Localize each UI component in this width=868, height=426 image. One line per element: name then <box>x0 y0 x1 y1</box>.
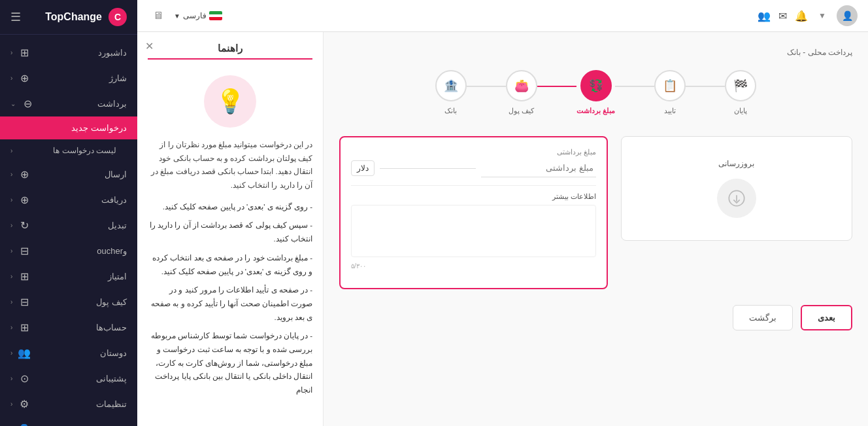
step-line-3 <box>615 86 654 87</box>
form-area: پرداخت محلی - بانک 🏦 بانک 👛 کیف پول 💱 <box>324 32 868 426</box>
sidebar-item-charge[interactable]: شارژ ⊕ ‹ <box>0 65 137 91</box>
step-circle-wallet: 👛 <box>506 70 537 101</box>
next-button[interactable]: بعدی <box>801 305 852 330</box>
guide-intro-text: در این درخواست میتوانید مبلغ مورد نظرتان… <box>148 138 312 192</box>
sidebar-item-new-request[interactable]: درخواست جدید <box>0 116 137 139</box>
upload-section: بروزرسانی <box>621 136 852 241</box>
guide-lightbulb: 💡 <box>148 75 312 128</box>
guide-step-4: در صفحه ی تأیید اطلاعات را مرور کنید و د… <box>148 283 312 324</box>
right-sidebar: ☰ TopChange C داشبورد ⊞ ‹ شارژ ⊕ ‹ برداش… <box>0 0 137 426</box>
step-circle-end: 🏁 <box>725 70 756 101</box>
sidebar-item-friends[interactable]: دوستان 👥 ‹ <box>0 340 137 366</box>
info-textarea[interactable] <box>351 205 596 257</box>
guide-close-button[interactable]: ✕ <box>145 40 154 52</box>
bell-icon[interactable]: 🔔 <box>795 10 808 22</box>
profile-icon: 👤 <box>18 423 31 426</box>
sidebar-item-points[interactable]: امتیاز ⊞ ‹ <box>0 264 137 289</box>
step-circle-bank: 🏦 <box>435 70 467 101</box>
sidebar-header: ☰ TopChange C <box>0 0 137 35</box>
sidebar-item-support[interactable]: پشتیبانی ⊙ ‹ <box>0 366 137 391</box>
sidebar-menu: داشبورد ⊞ ‹ شارژ ⊕ ‹ برداشت ⊖ ⌄ درخواست … <box>0 35 137 426</box>
step-wallet: 👛 کیف پول <box>506 70 537 115</box>
navbar-language[interactable]: فارسی ▼ <box>174 11 222 20</box>
amount-input[interactable] <box>481 159 596 177</box>
form-row: بروزرسانی مبلغ برداشتی <box>339 136 852 289</box>
amount-input-row: دلار <box>351 159 596 177</box>
sidebar-item-accounts[interactable]: حساب‌ها ⊞ ‹ <box>0 315 137 340</box>
users-icon[interactable]: 👥 <box>758 10 771 22</box>
navbar-icons: 🔔 ✉ 👥 <box>758 10 808 22</box>
step-circle-confirm: 📋 <box>654 70 686 101</box>
char-count: ۵/۳۰۰ <box>351 262 596 270</box>
settings-icon: ⚙ <box>18 398 31 410</box>
guide-panel: ✕ راهنما 💡 در این درخواست میتوانید مبلغ … <box>137 32 324 426</box>
currency-badge: دلار <box>351 160 375 176</box>
withdraw-icon: ⊖ <box>21 98 34 110</box>
sidebar-item-profile[interactable]: پروفایل 👤 ‹ <box>0 417 137 426</box>
sidebar-item-settings[interactable]: تنظیمات ⚙ ‹ <box>0 391 137 417</box>
friends-icon: 👥 <box>18 347 31 359</box>
sidebar-item-send[interactable]: ارسال ⊕ ‹ <box>0 162 137 187</box>
lightbulb-icon: 💡 <box>204 75 256 128</box>
step-line-2 <box>537 86 576 87</box>
monitor-icon[interactable]: 🖥 <box>153 10 163 22</box>
wallet-icon: ⊟ <box>18 296 31 308</box>
sidebar-item-receive[interactable]: دریافت ⊕ ‹ <box>0 187 137 213</box>
breadcrumb: پرداخت محلی - بانک <box>339 48 852 57</box>
amount-label: مبلغ برداشتی <box>351 148 596 156</box>
step-bank: 🏦 بانک <box>435 70 467 115</box>
step-label-amount: مبلغ برداشت <box>576 107 615 115</box>
support-icon: ⊙ <box>18 372 31 385</box>
step-end: 🏁 پایان <box>725 70 756 115</box>
content-area: ✕ راهنما 💡 در این درخواست میتوانید مبلغ … <box>137 32 868 426</box>
step-label-bank: بانک <box>444 107 457 115</box>
exchange-icon: ↻ <box>18 219 31 232</box>
info-field-group: اطلاعات بیشتر ۵/۳۰۰ <box>351 192 596 270</box>
guide-step-3: مبلغ برداشت خود را در صفحه ی بعد انتخاب … <box>148 251 312 278</box>
chevron-down-icon: ▼ <box>818 11 826 20</box>
step-confirm: 📋 تایید <box>654 70 686 115</box>
dashboard-icon: ⊞ <box>18 46 31 59</box>
avatar: 👤 <box>837 5 858 26</box>
hamburger-icon[interactable]: ☰ <box>10 10 21 24</box>
mail-icon[interactable]: ✉ <box>778 10 787 22</box>
voucher-icon: ⊟ <box>18 245 31 257</box>
input-section: مبلغ برداشتی دلار اطلاعات بیشتر ۵/۳۰۰ <box>339 136 608 289</box>
step-circle-amount: 💱 <box>580 70 612 101</box>
stepper: 🏦 بانک 👛 کیف پول 💱 مبلغ برداشت <box>339 70 852 115</box>
lang-chevron-icon: ▼ <box>174 12 180 20</box>
back-button[interactable]: برگشت <box>733 305 793 330</box>
sidebar-item-dashboard[interactable]: داشبورد ⊞ ‹ <box>0 40 137 65</box>
guide-title: راهنما <box>148 43 312 60</box>
sidebar-logo-text: TopChange <box>45 11 102 23</box>
language-label: فارسی <box>183 11 207 20</box>
guide-step-1: روی گزینه ی 'بعدی' در پایین صفحه کلیک کن… <box>148 200 312 214</box>
step-label-wallet: کیف پول <box>509 107 534 115</box>
divider-line <box>351 185 596 186</box>
sidebar-item-wallet[interactable]: کیف پول ⊟ ‹ <box>0 289 137 315</box>
sidebar-item-exchange[interactable]: تبدیل ↻ ‹ <box>0 213 137 238</box>
form-buttons: بعدی برگشت <box>339 305 852 330</box>
upload-section-title: بروزرسانی <box>718 159 754 168</box>
points-icon: ⊞ <box>18 270 31 283</box>
charge-icon: ⊕ <box>18 72 31 84</box>
guide-step-5: در پایان درخواست شما توسط کارشناس مربوطه… <box>148 329 312 397</box>
step-line-4 <box>686 86 725 87</box>
step-amount: 💱 مبلغ برداشت <box>576 70 615 115</box>
main-wrapper: 👤 ▼ 🔔 ✉ 👥 فارسی ▼ 🖥 ✕ راهنما 💡 در این در… <box>137 0 868 426</box>
amount-field-group: مبلغ برداشتی دلار <box>351 148 596 177</box>
sidebar-item-requests-list[interactable]: لیست درخواست ها ‹ <box>0 139 137 162</box>
step-label-end: پایان <box>734 107 747 115</box>
flag-icon <box>209 11 222 20</box>
accounts-icon: ⊞ <box>18 321 31 334</box>
top-navbar: 👤 ▼ 🔔 ✉ 👥 فارسی ▼ 🖥 <box>137 0 868 32</box>
receive-icon: ⊕ <box>18 194 31 206</box>
upload-icon[interactable] <box>717 179 756 218</box>
step-line-1 <box>467 86 506 87</box>
sidebar-item-withdraw[interactable]: برداشت ⊖ ⌄ <box>0 91 137 116</box>
step-label-confirm: تایید <box>664 107 676 115</box>
sidebar-logo-icon: C <box>108 8 127 26</box>
info-label: اطلاعات بیشتر <box>351 192 596 201</box>
send-icon: ⊕ <box>18 168 31 181</box>
sidebar-item-voucher[interactable]: وoucher ⊟ ‹ <box>0 238 137 264</box>
